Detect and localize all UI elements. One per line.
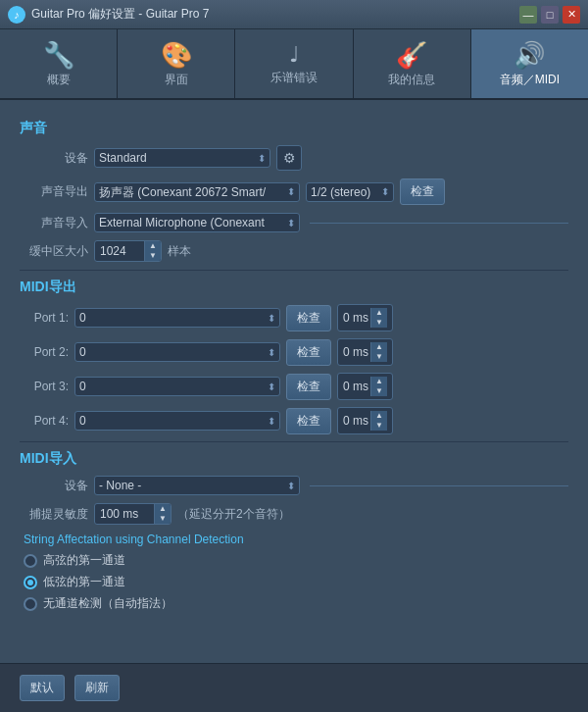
output-label: 声音导出 bbox=[20, 183, 88, 200]
maximize-button[interactable]: □ bbox=[541, 6, 559, 24]
tab-myinfo[interactable]: 🎸 我的信息 bbox=[354, 29, 471, 98]
port3-ms-up[interactable]: ▲ bbox=[371, 377, 387, 386]
input-device-select[interactable]: External Microphone (Conexant bbox=[99, 216, 285, 229]
main-content: 声音 设备 Standard ⬍ ⚙ 声音导出 扬声器 (Conexant 20… bbox=[0, 100, 588, 663]
sensitivity-up-btn[interactable]: ▲ bbox=[155, 504, 171, 514]
buffer-input[interactable] bbox=[95, 241, 144, 261]
radio-label-1: 低弦的第一通道 bbox=[43, 574, 125, 590]
port4-ms-btns: ▲ ▼ bbox=[370, 411, 387, 431]
midi-in-device-arrow: ⬍ bbox=[287, 481, 295, 491]
buffer-down-btn[interactable]: ▼ bbox=[145, 251, 161, 261]
tab-audio-midi[interactable]: 🔊 音频／MIDI bbox=[471, 29, 588, 98]
device-select[interactable]: Standard bbox=[99, 151, 256, 165]
sensitivity-down-btn[interactable]: ▼ bbox=[155, 514, 171, 524]
ui-icon: 🎨 bbox=[161, 42, 192, 68]
buffer-unit: 样本 bbox=[168, 243, 191, 260]
port2-ms-up[interactable]: ▲ bbox=[371, 342, 387, 352]
port4-label: Port 4: bbox=[20, 414, 69, 428]
window-controls: — □ ✕ bbox=[519, 6, 580, 24]
port1-select[interactable]: 0 bbox=[79, 311, 266, 325]
port2-select-wrapper[interactable]: 0 ⬍ bbox=[74, 342, 280, 362]
port1-select-wrapper[interactable]: 0 ⬍ bbox=[74, 308, 280, 328]
port3-ms-down[interactable]: ▼ bbox=[371, 386, 387, 396]
device-arrow: ⬍ bbox=[258, 153, 266, 164]
buffer-label: 缓中区大小 bbox=[20, 243, 88, 260]
minimize-button[interactable]: — bbox=[519, 6, 537, 24]
sound-input-row: 声音导入 External Microphone (Conexant ⬍ bbox=[20, 213, 568, 232]
port1-ms-down[interactable]: ▼ bbox=[371, 318, 387, 328]
port4-ms-up[interactable]: ▲ bbox=[371, 411, 387, 421]
radio-row-2[interactable]: 无通道检测（自动指法） bbox=[24, 595, 568, 612]
sensitivity-row: 捕提灵敏度 ▲ ▼ （延迟分开2个音符） bbox=[20, 503, 568, 525]
radio-0[interactable] bbox=[24, 554, 37, 568]
output-device-select[interactable]: 扬声器 (Conexant 20672 Smart/ bbox=[99, 185, 285, 199]
port1-ms-up[interactable]: ▲ bbox=[371, 308, 387, 318]
port1-label: Port 1: bbox=[20, 311, 69, 325]
port2-select[interactable]: 0 bbox=[79, 345, 266, 359]
output-check-button[interactable]: 检查 bbox=[400, 178, 445, 205]
audio-midi-icon: 🔊 bbox=[514, 42, 545, 68]
sensitivity-label: 捕提灵敏度 bbox=[20, 506, 88, 523]
radio-label-2: 无通道检测（自动指法） bbox=[43, 595, 172, 612]
sensitivity-input[interactable] bbox=[95, 504, 154, 524]
output-channel-wrapper[interactable]: 1/2 (stereo) ⬍ bbox=[306, 182, 394, 202]
device-label: 设备 bbox=[20, 150, 88, 167]
midi-in-divider bbox=[310, 485, 568, 486]
port2-ms-btns: ▲ ▼ bbox=[370, 342, 387, 362]
port3-check-button[interactable]: 检查 bbox=[286, 374, 331, 400]
port4-ms: 0 ms ▲ ▼ bbox=[337, 407, 393, 434]
radio-row-1[interactable]: 低弦的第一通道 bbox=[24, 574, 568, 590]
port3-ms-btns: ▲ ▼ bbox=[370, 377, 387, 396]
port4-check-button[interactable]: 检查 bbox=[286, 408, 331, 434]
radio-1-dot bbox=[27, 580, 33, 585]
settings-button[interactable]: ⚙ bbox=[276, 145, 302, 171]
device-row: 设备 Standard ⬍ ⚙ bbox=[20, 145, 568, 171]
port3-row: Port 3: 0 ⬍ 检查 0 ms ▲ ▼ bbox=[20, 373, 568, 400]
tab-notation[interactable]: ♩ 乐谱错误 bbox=[235, 29, 353, 98]
refresh-button[interactable]: 刷新 bbox=[74, 675, 120, 701]
buffer-up-btn[interactable]: ▲ bbox=[145, 241, 161, 251]
input-divider bbox=[310, 223, 568, 224]
port3-select-wrapper[interactable]: 0 ⬍ bbox=[74, 377, 280, 396]
input-device-arrow: ⬍ bbox=[287, 218, 295, 229]
tab-bar: 🔧 概要 🎨 界面 ♩ 乐谱错误 🎸 我的信息 🔊 音频／MIDI bbox=[0, 29, 588, 100]
output-channel-select[interactable]: 1/2 (stereo) bbox=[311, 185, 379, 199]
default-button[interactable]: 默认 bbox=[20, 675, 65, 701]
radio-2[interactable] bbox=[24, 597, 37, 611]
buffer-row: 缓中区大小 ▲ ▼ 样本 bbox=[20, 240, 568, 262]
affectation-title: String Affectation using Channel Detecti… bbox=[24, 533, 568, 546]
tab-myinfo-label: 我的信息 bbox=[388, 72, 435, 88]
port3-label: Port 3: bbox=[20, 380, 69, 393]
divider-1 bbox=[20, 270, 568, 271]
port3-select[interactable]: 0 bbox=[79, 380, 266, 393]
port4-select[interactable]: 0 bbox=[79, 414, 266, 428]
window-title: Guitar Pro 偏好设置 - Guitar Pro 7 bbox=[31, 6, 519, 23]
midi-in-section-title: MIDI导入 bbox=[20, 450, 568, 468]
tab-general[interactable]: 🔧 概要 bbox=[0, 29, 118, 98]
port4-ms-down[interactable]: ▼ bbox=[371, 421, 387, 431]
midi-in-device-row: 设备 - None - ⬍ bbox=[20, 476, 568, 495]
device-select-wrapper[interactable]: Standard ⬍ bbox=[94, 148, 270, 168]
input-device-wrapper[interactable]: External Microphone (Conexant ⬍ bbox=[94, 213, 300, 232]
midi-in-device-wrapper[interactable]: - None - ⬍ bbox=[94, 476, 300, 495]
port2-ms: 0 ms ▲ ▼ bbox=[337, 338, 393, 366]
divider-2 bbox=[20, 441, 568, 442]
tab-audio-midi-label: 音频／MIDI bbox=[500, 72, 560, 88]
tab-ui[interactable]: 🎨 界面 bbox=[118, 29, 235, 98]
port4-select-wrapper[interactable]: 0 ⬍ bbox=[74, 411, 280, 431]
close-button[interactable]: ✕ bbox=[563, 6, 580, 24]
port1-check-button[interactable]: 检查 bbox=[286, 305, 331, 331]
port2-check-button[interactable]: 检查 bbox=[286, 339, 331, 366]
radio-1[interactable] bbox=[24, 576, 37, 589]
radio-row-0[interactable]: 高弦的第一通道 bbox=[24, 552, 568, 569]
myinfo-icon: 🎸 bbox=[396, 42, 427, 68]
port4-arrow: ⬍ bbox=[268, 416, 275, 427]
port2-row: Port 2: 0 ⬍ 检查 0 ms ▲ ▼ bbox=[20, 338, 568, 366]
midi-in-device-select[interactable]: - None - bbox=[99, 479, 285, 492]
sound-output-row: 声音导出 扬声器 (Conexant 20672 Smart/ ⬍ 1/2 (s… bbox=[20, 178, 568, 205]
buffer-spinner[interactable]: ▲ ▼ bbox=[94, 240, 162, 262]
port2-ms-down[interactable]: ▼ bbox=[371, 352, 387, 362]
output-device-wrapper[interactable]: 扬声器 (Conexant 20672 Smart/ ⬍ bbox=[94, 182, 300, 202]
title-bar: ♪ Guitar Pro 偏好设置 - Guitar Pro 7 — □ ✕ bbox=[0, 0, 588, 29]
sensitivity-spinner[interactable]: ▲ ▼ bbox=[94, 503, 172, 525]
